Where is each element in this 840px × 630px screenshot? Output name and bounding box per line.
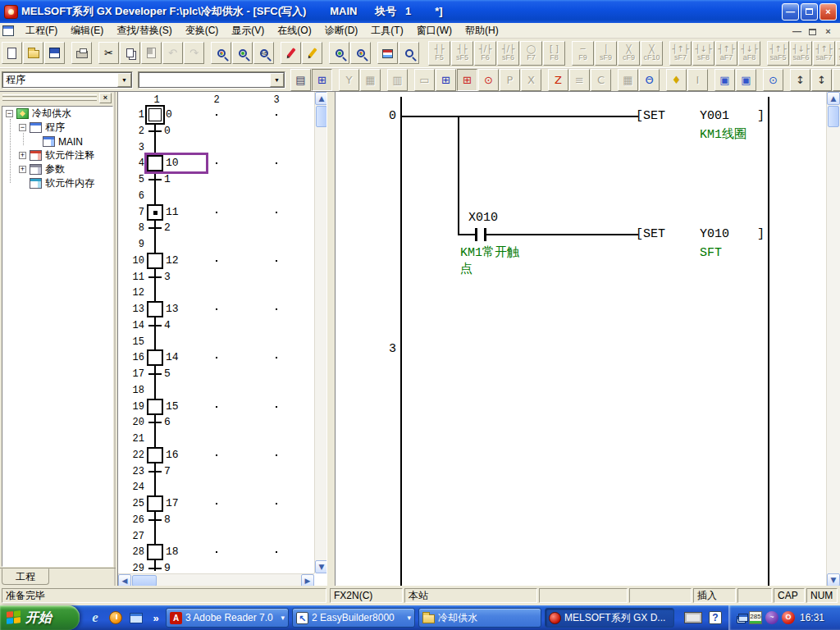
tree-item-project[interactable]: −冷却供水 <box>2 107 112 121</box>
block-combo[interactable]: ▼ <box>138 71 285 89</box>
purple-app-tray-icon[interactable]: ~ <box>765 611 778 624</box>
menu-item-8[interactable]: 窗口(W) <box>410 24 459 38</box>
find-device-button[interactable] <box>232 42 253 64</box>
menu-item-0[interactable]: 工程(F) <box>19 24 64 38</box>
tree-expander-program[interactable]: − <box>19 124 26 131</box>
panel-grip[interactable] <box>2 94 97 103</box>
sfc-transition-7[interactable] <box>148 471 162 472</box>
tree-item-comment[interactable]: +软元件注释 <box>2 148 112 162</box>
restore-button[interactable] <box>801 3 818 21</box>
chevron-down-icon[interactable]: ▼ <box>117 73 131 87</box>
tree-expander-param[interactable]: + <box>19 166 26 173</box>
sfc-transition-8[interactable] <box>148 519 162 521</box>
clock-monitor-button[interactable]: Θ <box>639 69 660 91</box>
sfc-step-15[interactable] <box>147 399 163 415</box>
close-button[interactable]: × <box>819 3 837 21</box>
mdi-close-button[interactable]: × <box>823 25 833 35</box>
ladder-editor[interactable]: 0 [SET Y001 ] KM1线圈 X010 [SET Y010 ] KM1… <box>335 92 826 587</box>
sort-block-button[interactable]: ↕ <box>833 69 840 91</box>
show-desktop-icon[interactable] <box>128 609 144 626</box>
scroll-up-icon[interactable]: ▲ <box>827 92 840 105</box>
sfc-step-10[interactable] <box>147 155 163 171</box>
minimize-button[interactable]: — <box>782 3 799 21</box>
sfc-transition-1[interactable] <box>148 179 162 180</box>
circuit-zoom-button[interactable] <box>399 42 419 64</box>
sfc-horizontal-scrollbar[interactable]: ◀ ▶ <box>118 573 314 587</box>
mdi-restore-button[interactable] <box>807 25 818 35</box>
chevron-right-icon[interactable]: » <box>148 609 164 626</box>
print-button[interactable] <box>71 42 92 64</box>
tree-item-main[interactable]: MAIN <box>2 135 112 148</box>
taskbar-task-0[interactable]: A3 Adobe Reader 7.0▾ <box>166 608 289 628</box>
sfc-transition-6[interactable] <box>148 422 162 423</box>
sfc-initial-step-0[interactable] <box>145 105 165 125</box>
cut-button[interactable]: ✂ <box>98 42 119 64</box>
tree-item-param[interactable]: +参数 <box>2 162 112 176</box>
help-icon[interactable]: ? <box>709 611 722 624</box>
tree-expander-project[interactable]: − <box>6 110 13 117</box>
statement-edit-button[interactable] <box>302 42 322 64</box>
open-project-window-button[interactable]: ▣ <box>714 69 735 91</box>
sfc-editor[interactable]: 1231234567891011121314151617181920212223… <box>118 92 314 573</box>
sfc-step-14[interactable] <box>147 349 163 366</box>
block-convert-button[interactable]: Z <box>548 69 568 91</box>
sfc-step-12[interactable] <box>147 253 163 269</box>
ladder-vscroll-thumb[interactable] <box>828 106 839 127</box>
clock-app-icon[interactable] <box>107 609 124 626</box>
zoom-circuit-monitor-button[interactable]: ⊙ <box>763 69 783 91</box>
scroll-down-icon[interactable]: ▼ <box>827 573 840 587</box>
sfc-vertical-scrollbar[interactable]: ▲ ▼ <box>314 92 327 573</box>
program-type-combo[interactable]: 程序 ▼ <box>2 71 133 89</box>
tree-item-devmem[interactable]: 软元件内存 <box>2 176 112 190</box>
find-string-button[interactable] <box>253 42 274 64</box>
start-button[interactable]: 开始 <box>0 605 80 630</box>
sfc-step-18[interactable] <box>147 544 163 560</box>
mdi-minimize-button[interactable]: — <box>792 25 802 35</box>
device-comment-edit-button[interactable] <box>281 42 301 64</box>
sfc-transition-9[interactable] <box>148 568 162 569</box>
pane-splitter[interactable] <box>326 92 335 587</box>
taskbar-task-1[interactable]: ↖2 EasyBuilder8000▾ <box>292 608 415 628</box>
sfc-vscroll-thumb[interactable] <box>316 106 327 127</box>
open-project-button[interactable] <box>23 42 43 64</box>
menu-item-6[interactable]: 诊断(D) <box>318 24 365 38</box>
red-app-tray-icon[interactable]: O <box>782 611 795 624</box>
sfc-transition-2[interactable] <box>148 227 162 229</box>
menu-item-9[interactable]: 帮助(H) <box>459 24 505 38</box>
menu-item-3[interactable]: 变换(C) <box>179 24 226 38</box>
menu-item-4[interactable]: 显示(V) <box>225 24 271 38</box>
project-tab[interactable]: 工程 <box>2 568 49 585</box>
copy-button[interactable] <box>120 42 140 64</box>
sfc-step-17[interactable] <box>147 495 163 512</box>
sort-vertical-button[interactable]: ↕ <box>790 69 810 91</box>
menu-item-7[interactable]: 工具(T) <box>364 24 409 38</box>
sfc-block-list-button[interactable]: ⊞ <box>312 69 332 91</box>
menu-item-5[interactable]: 在线(O) <box>271 24 317 38</box>
find-device-zoom-button[interactable]: ⊙ <box>478 69 499 91</box>
panel-close-button[interactable]: × <box>99 93 112 103</box>
menu-item-2[interactable]: 查找/替换(S) <box>110 24 178 38</box>
sfc-step-13[interactable] <box>147 301 163 317</box>
menu-item-1[interactable]: 编辑(E) <box>64 24 110 38</box>
sfc-hscroll-thumb[interactable] <box>132 575 157 587</box>
sfc-transition-4[interactable] <box>148 325 162 326</box>
sfc-tree-display-button[interactable]: ⊞ <box>436 69 456 91</box>
online-stamp-button[interactable]: ♦ <box>666 69 687 91</box>
save-project-button[interactable] <box>44 42 65 64</box>
sfc-step-16[interactable] <box>147 447 163 463</box>
taskbar-task-2[interactable]: 冷却供水 <box>418 608 541 628</box>
sfc-transition-5[interactable] <box>148 373 162 375</box>
tree-expander-comment[interactable]: + <box>19 152 26 159</box>
sfc-transition-0[interactable] <box>148 130 162 132</box>
project-data-list-button[interactable]: ▤ <box>290 69 311 91</box>
sort-vertical-alt-button[interactable]: ↕ <box>811 69 832 91</box>
keyboard-icon[interactable] <box>684 612 702 623</box>
open-block-window-button[interactable]: ▣ <box>736 69 756 91</box>
internet-explorer-icon[interactable]: e <box>87 609 103 626</box>
taskbar-task-3[interactable]: MELSOFT系列 GX D... <box>545 608 674 628</box>
window-switch-button[interactable] <box>377 42 398 64</box>
sfc-transition-3[interactable] <box>148 276 162 278</box>
tree-item-program[interactable]: −程序 <box>2 121 112 135</box>
new-project-button[interactable] <box>2 42 22 64</box>
download-counter-tray-icon[interactable]: 285 <box>749 611 762 624</box>
